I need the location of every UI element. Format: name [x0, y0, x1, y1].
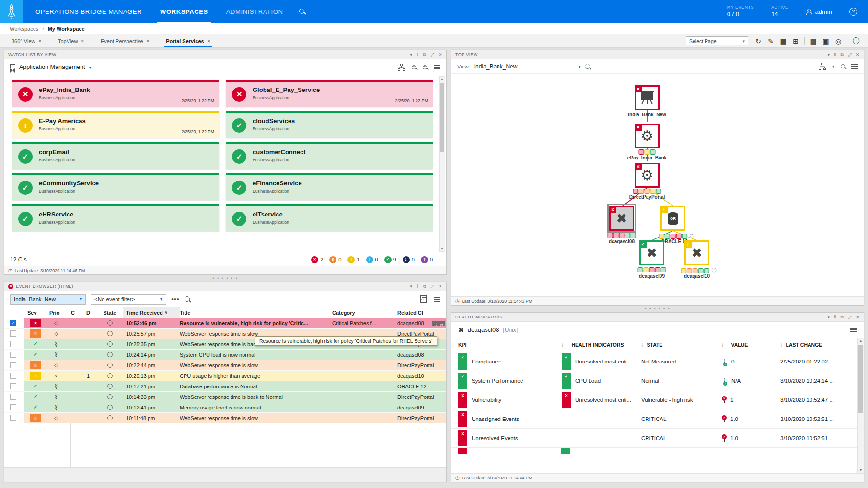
- panel-expand-icon[interactable]: ⤢: [430, 52, 434, 57]
- panel-expand-icon[interactable]: ⤢: [430, 284, 434, 289]
- help-button[interactable]: ?: [849, 8, 857, 16]
- panel-close-icon[interactable]: ✕: [856, 52, 860, 57]
- ci-card[interactable]: ✕ Global_E_Pay_Service BusinessApplicati…: [226, 80, 433, 107]
- panel-close-icon[interactable]: ✕: [439, 284, 442, 289]
- table-settings-icon[interactable]: [420, 295, 427, 303]
- search-ci-icon[interactable]: [585, 64, 590, 69]
- node-label[interactable]: dcaqascl09: [639, 273, 665, 279]
- panel-menu-icon[interactable]: ▾: [410, 284, 413, 289]
- event-row[interactable]: !! ◇ 10:11:48 pm WebServer response time…: [4, 413, 446, 423]
- scroll-down-icon[interactable]: ▼: [859, 467, 863, 473]
- event-row[interactable]: ✓ ✕ ◇ 10:52:46 pm Resource is vulnerable…: [4, 318, 446, 329]
- col-health-indicators[interactable]: HEALTH INDICATORS: [561, 338, 641, 352]
- col-state[interactable]: STATE: [641, 342, 722, 348]
- panel-pin-icon[interactable]: ‖: [417, 284, 418, 289]
- health-row[interactable]: ✕Unresolved Events - CRITICAL 1.0 3/10/2…: [451, 429, 864, 448]
- scrollbar-thumb[interactable]: [440, 83, 444, 152]
- global-search-button[interactable]: [299, 9, 304, 15]
- ci-card[interactable]: ✓ cloudServices BusinessApplication: [226, 111, 433, 138]
- run-mode-icon[interactable]: ◎: [833, 36, 844, 46]
- close-tab-icon[interactable]: ✕: [38, 39, 42, 44]
- event-row[interactable]: ✓ ∨∨ 10:24:14 pm System CPU load is now …: [4, 350, 446, 360]
- layout-hierarchy-icon[interactable]: [819, 63, 826, 70]
- close-tab-icon[interactable]: ✕: [81, 39, 84, 44]
- scrollbar-thumb[interactable]: [858, 345, 863, 413]
- topology-node-database[interactable]: ! OR: [660, 206, 685, 231]
- major-count[interactable]: !!0: [329, 256, 341, 263]
- ci-card[interactable]: ! E-Pay Americas BusinessApplication 2/2…: [12, 111, 219, 138]
- nav-workspaces[interactable]: WORKSPACES: [160, 0, 208, 23]
- event-row[interactable]: !! ◇ 10:22:44 pm WebServer response time…: [4, 360, 446, 371]
- row-checkbox[interactable]: [10, 373, 16, 379]
- node-label[interactable]: dcaqascl10: [684, 273, 710, 279]
- event-row[interactable]: ✓ ∨∨ 10:12:41 pm Memory usage level is n…: [4, 402, 446, 413]
- zoom-in-icon[interactable]: +: [423, 65, 427, 69]
- ci-card[interactable]: ✕ ePay_India_Bank BusinessApplication 2/…: [12, 80, 219, 107]
- col-prio[interactable]: Prio: [46, 310, 66, 316]
- col-title[interactable]: Title: [180, 310, 332, 316]
- row-checkbox[interactable]: [10, 341, 16, 347]
- ci-card[interactable]: ✓ eFinanceService BusinessApplication: [226, 173, 433, 200]
- chevron-down-icon[interactable]: ▾: [832, 64, 834, 69]
- topology-node-service[interactable]: ✕: [635, 85, 660, 110]
- warning-count[interactable]: !0: [366, 256, 378, 263]
- tab-360-view[interactable]: 360° View✕: [7, 35, 46, 46]
- node-label[interactable]: dcaqascl08: [609, 239, 635, 244]
- fit-zoom-icon[interactable]: [841, 64, 845, 68]
- open-in-new-icon[interactable]: ⧉: [440, 323, 443, 326]
- row-checkbox[interactable]: [10, 352, 16, 358]
- node-label[interactable]: India_Bank_New: [628, 112, 666, 117]
- topology-node-host[interactable]: ! ✖: [684, 240, 709, 265]
- new-page-icon[interactable]: ⊞: [790, 36, 801, 46]
- panel-pin-icon[interactable]: ‖: [834, 315, 836, 319]
- panel-options-icon[interactable]: [434, 297, 440, 302]
- zoom-out-icon[interactable]: −: [412, 65, 416, 69]
- panel-popout-icon[interactable]: ⧉: [423, 284, 427, 289]
- close-tab-icon[interactable]: ✕: [207, 39, 211, 44]
- search-events-icon[interactable]: [185, 296, 190, 302]
- panel-popout-icon[interactable]: ⧉: [841, 52, 844, 57]
- downtime-count[interactable]: ☾0: [403, 256, 415, 263]
- row-checkbox[interactable]: [10, 394, 16, 400]
- ci-card[interactable]: ✓ eHRService BusinessApplication: [12, 204, 219, 231]
- panel-close-icon[interactable]: ✕: [856, 315, 860, 319]
- watch-list-view-selector[interactable]: Application Management: [19, 64, 85, 70]
- row-actions-chip[interactable]: ⋮⧉: [432, 321, 445, 326]
- node-label[interactable]: DirectPayPortal: [629, 194, 665, 200]
- components-grid-icon[interactable]: ▦: [778, 36, 788, 46]
- health-scrollbar[interactable]: ▲ ▼: [857, 338, 864, 473]
- ci-card[interactable]: ✓ eITservice BusinessApplication: [226, 204, 433, 231]
- topology-map[interactable]: ✕ India_Bank_New ✕ ⚙ ePay_India_Bank ✕ ⚙…: [451, 74, 864, 296]
- event-row[interactable]: ✓ ∨∨ 10:14:33 pm WebServer response time…: [4, 392, 446, 402]
- col-category[interactable]: Category: [332, 310, 395, 316]
- col-sev[interactable]: Sev: [24, 310, 46, 316]
- panel-expand-icon[interactable]: ⤢: [848, 315, 852, 320]
- panel-pin-icon[interactable]: ‖: [834, 52, 836, 57]
- product-logo[interactable]: [0, 0, 23, 23]
- scroll-up-icon[interactable]: ▲: [859, 338, 863, 344]
- refresh-page-icon[interactable]: ↻: [753, 36, 764, 46]
- scroll-down-icon[interactable]: ▼: [440, 246, 444, 251]
- critical-count[interactable]: ✕2: [311, 256, 323, 263]
- panel-menu-icon[interactable]: ▾: [828, 315, 830, 319]
- row-checkbox[interactable]: [10, 362, 16, 368]
- scroll-up-icon[interactable]: ▲: [440, 77, 444, 82]
- panel-popout-icon[interactable]: ⧉: [423, 52, 427, 57]
- row-checkbox[interactable]: [10, 415, 16, 421]
- health-row[interactable]: ✕Vulnerability ✕Unresolved most criti...…: [451, 390, 864, 409]
- col-value[interactable]: VALUE: [722, 342, 780, 348]
- user-menu[interactable]: admin: [806, 8, 832, 15]
- minor-count[interactable]: !1: [347, 256, 359, 263]
- select-page-dropdown[interactable]: Select Page ▾: [686, 36, 748, 45]
- row-checkbox[interactable]: [10, 383, 16, 389]
- health-row[interactable]: ✓Compliance ✓Unresolved most criti... No…: [451, 352, 864, 371]
- ci-card[interactable]: ✓ corpEmail BusinessApplication: [12, 142, 219, 169]
- col-d[interactable]: D: [80, 310, 96, 316]
- health-row[interactable]: ✕Unassigned Events - CRITICAL 1.0 3/10/2…: [451, 409, 864, 429]
- hierarchy-icon[interactable]: [398, 64, 405, 71]
- chevron-down-icon[interactable]: ▾: [89, 65, 92, 70]
- component-gallery-icon[interactable]: ▤: [808, 36, 819, 46]
- cards-scrollbar[interactable]: ▲ ▼: [439, 76, 445, 252]
- close-tab-icon[interactable]: ✕: [146, 39, 150, 44]
- col-last-change[interactable]: LAST CHANGE: [780, 342, 864, 348]
